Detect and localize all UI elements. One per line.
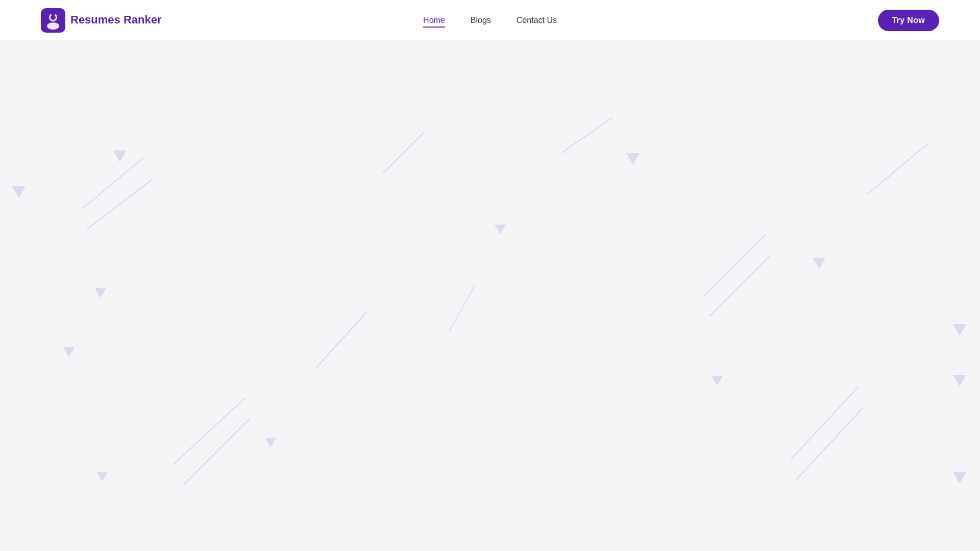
svg-marker-20 <box>95 288 106 298</box>
svg-marker-29 <box>953 472 966 484</box>
svg-marker-28 <box>953 375 966 387</box>
svg-marker-27 <box>63 347 75 357</box>
hero-section: P FIND US ON Product Hunt ▲ 11 Home / Re… <box>0 41 980 551</box>
svg-line-13 <box>709 255 771 316</box>
nav-link-home[interactable]: Home <box>423 16 445 28</box>
svg-line-16 <box>868 143 929 194</box>
svg-marker-24 <box>813 258 826 269</box>
svg-marker-19 <box>12 186 26 198</box>
try-now-button[interactable]: Try Now <box>878 10 939 31</box>
svg-marker-21 <box>265 438 276 447</box>
svg-marker-25 <box>953 324 966 336</box>
nav-item-contact[interactable]: Contact Us <box>517 16 557 25</box>
nav-link-blogs[interactable]: Blogs <box>471 16 491 24</box>
svg-point-3 <box>51 15 56 20</box>
svg-marker-18 <box>113 151 127 162</box>
logo-text: Resumes Ranker <box>70 13 162 27</box>
svg-line-11 <box>561 117 612 153</box>
svg-line-6 <box>87 179 153 230</box>
nav-item-home[interactable]: Home <box>423 16 445 25</box>
nav-item-blogs[interactable]: Blogs <box>471 16 491 25</box>
svg-marker-23 <box>626 153 640 165</box>
svg-line-15 <box>796 408 863 480</box>
svg-marker-26 <box>712 376 723 386</box>
bg-decorative-lines <box>0 92 980 551</box>
svg-marker-30 <box>96 472 108 482</box>
logo-link[interactable]: Resumes Ranker <box>41 8 162 33</box>
logo-icon <box>41 8 65 33</box>
svg-line-9 <box>316 311 368 367</box>
svg-line-12 <box>704 235 766 296</box>
svg-line-17 <box>449 286 475 332</box>
svg-line-7 <box>174 398 245 464</box>
nav-link-contact[interactable]: Contact Us <box>517 16 557 24</box>
svg-line-8 <box>184 418 250 485</box>
svg-marker-22 <box>495 224 506 234</box>
svg-line-10 <box>383 133 424 173</box>
svg-line-14 <box>791 388 857 459</box>
navbar: Resumes Ranker Home Blogs Contact Us Try… <box>0 0 980 41</box>
svg-point-2 <box>47 22 59 30</box>
svg-line-5 <box>82 158 143 209</box>
svg-rect-4 <box>51 13 55 15</box>
nav-links: Home Blogs Contact Us <box>423 16 557 25</box>
